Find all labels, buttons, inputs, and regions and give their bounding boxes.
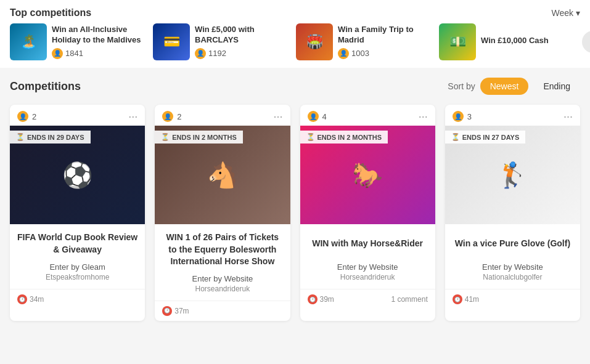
card-4-time: 🕐 41m <box>453 294 479 304</box>
card-1-footer: 🕐 34m <box>10 289 145 309</box>
competition-card-2[interactable]: 👤 2 ··· 🐴 ⏳ ENDS IN 2 MONTHS WIN 1 of 26… <box>155 105 290 321</box>
competition-card-3[interactable]: 👤 4 ··· 🐎 ⏳ ENDS IN 2 MONTHS WIN with Ma… <box>300 105 435 321</box>
card-3-ends-badge: ⏳ ENDS IN 2 MONTHS <box>300 131 388 144</box>
card-2-enter-by: Enter by Website <box>162 274 282 283</box>
card-4-more-button[interactable]: ··· <box>563 111 573 122</box>
top-comp-2-thumb: 💳 <box>153 23 190 60</box>
top-comp-4-info: Win £10,000 Cash <box>481 36 575 49</box>
card-1-image: ⚽ ⏳ ENDS IN 29 DAYS <box>10 126 145 224</box>
card-3-image: 🐎 ⏳ ENDS IN 2 MONTHS <box>300 126 435 224</box>
user-icon: 👤 <box>162 111 173 122</box>
card-3-title: WIN with May Horse&Rider <box>308 232 428 256</box>
top-comp-4[interactable]: 💵 Win £10,000 Cash <box>439 23 575 60</box>
card-4-ends-badge: ⏳ ENDS IN 27 DAYS <box>445 131 526 144</box>
card-1-more-button[interactable]: ··· <box>128 111 137 122</box>
top-bar: Top competitions Week ▾ <box>0 0 590 23</box>
top-comp-3[interactable]: 🏟️ Win a Family Trip to Madrid 👤 1003 <box>296 23 432 60</box>
card-3-more-button[interactable]: ··· <box>419 111 428 122</box>
clock-icon: 🕐 <box>17 294 27 304</box>
user-icon: 👤 <box>195 48 206 59</box>
card-1-title: FIFA World Cup Book Review & Giveaway <box>17 232 137 256</box>
card-1-header: 👤 2 ··· <box>10 105 145 126</box>
hourglass-icon: ⏳ <box>16 133 25 141</box>
clock-icon: 🕐 <box>162 306 172 316</box>
card-3-time: 🕐 39m <box>308 294 334 304</box>
card-4-enter-by: Enter by Website <box>453 262 573 272</box>
card-2-more-button[interactable]: ··· <box>273 111 282 122</box>
competitions-header: Competitions Sort by Newest Ending <box>10 78 580 95</box>
user-icon: 👤 <box>308 111 319 122</box>
card-3-source: Horseandrideruk <box>308 273 428 281</box>
top-comp-4-title: Win £10,000 Cash <box>481 36 575 46</box>
card-3-count: 4 <box>322 112 327 121</box>
card-4-body: Win a vice Pure Glove (Golf) Enter by We… <box>445 224 580 289</box>
competition-card-4[interactable]: 👤 3 ··· 🏌️ ⏳ ENDS IN 27 DAYS Win a vice … <box>445 105 580 321</box>
card-2-user-count: 👤 2 <box>162 111 181 122</box>
cards-grid: 👤 2 ··· ⚽ ⏳ ENDS IN 29 DAYS FIFA World C… <box>10 105 580 321</box>
card-1-ends-badge: ⏳ ENDS IN 29 DAYS <box>10 131 91 144</box>
week-selector[interactable]: Week ▾ <box>551 8 580 18</box>
hourglass-icon: ⏳ <box>451 133 460 141</box>
card-2-ends-badge: ⏳ ENDS IN 2 MONTHS <box>155 131 243 144</box>
card-4-source: Nationalclubgolfer <box>453 273 573 281</box>
top-comp-1-count: 👤 1841 <box>52 48 145 59</box>
top-comp-2-info: Win £5,000 with BARCLAYS 👤 1192 <box>195 25 289 59</box>
top-comp-2-title: Win £5,000 with BARCLAYS <box>195 25 289 46</box>
card-3-header: 👤 4 ··· <box>300 105 435 126</box>
hourglass-icon: ⏳ <box>161 133 170 141</box>
top-comp-2[interactable]: 💳 Win £5,000 with BARCLAYS 👤 1192 <box>153 23 289 60</box>
card-3-comments: 1 comment <box>391 295 427 304</box>
top-comp-1-title: Win an All-Inclusive Holiday to the Mald… <box>52 25 145 46</box>
competitions-title: Competitions <box>10 80 81 93</box>
top-comp-3-thumb: 🏟️ <box>296 23 333 60</box>
card-1-user-count: 👤 2 <box>17 111 36 122</box>
card-1-enter-by: Enter by Gleam <box>17 262 137 272</box>
card-3-enter-by: Enter by Website <box>308 262 428 272</box>
card-2-body: WIN 1 of 26 Pairs of Tickets to the Eque… <box>155 224 290 301</box>
card-1-count: 2 <box>32 112 36 121</box>
card-3-footer: 🕐 39m 1 comment <box>300 289 435 309</box>
card-2-count: 2 <box>177 112 181 121</box>
top-comp-4-thumb: 💵 <box>439 23 476 60</box>
card-2-header: 👤 2 ··· <box>155 105 290 126</box>
clock-icon: 🕐 <box>453 294 462 304</box>
card-2-image: 🐴 ⏳ ENDS IN 2 MONTHS <box>155 126 290 224</box>
card-2-source: Horseandrideruk <box>162 285 282 293</box>
top-comp-1-thumb: 🏝️ <box>10 23 47 60</box>
sort-area: Sort by Newest Ending <box>448 78 580 95</box>
sort-ending-button[interactable]: Ending <box>533 78 580 95</box>
top-bar-title: Top competitions <box>10 7 91 18</box>
prev-button[interactable]: ‹ <box>582 31 590 53</box>
card-4-title: Win a vice Pure Glove (Golf) <box>453 232 573 256</box>
clock-icon: 🕐 <box>308 294 318 304</box>
user-icon: 👤 <box>338 48 349 59</box>
card-1-time: 🕐 34m <box>17 294 44 304</box>
sort-newest-button[interactable]: Newest <box>480 78 529 95</box>
top-comp-1[interactable]: 🏝️ Win an All-Inclusive Holiday to the M… <box>10 23 145 60</box>
card-1-source: Etspeaksfromhome <box>17 273 137 281</box>
sort-label: Sort by <box>448 81 475 91</box>
user-icon: 👤 <box>17 111 28 122</box>
competition-card-1[interactable]: 👤 2 ··· ⚽ ⏳ ENDS IN 29 DAYS FIFA World C… <box>10 105 145 321</box>
card-2-time: 🕐 37m <box>162 306 189 316</box>
card-2-footer: 🕐 37m <box>155 301 290 321</box>
user-icon: 👤 <box>52 48 63 59</box>
top-comp-3-title: Win a Family Trip to Madrid <box>338 25 432 46</box>
card-2-title: WIN 1 of 26 Pairs of Tickets to the Eque… <box>162 232 282 268</box>
week-label: Week <box>551 8 573 18</box>
card-4-footer: 🕐 41m <box>445 289 580 309</box>
card-1-body: FIFA World Cup Book Review & Giveaway En… <box>10 224 145 289</box>
hourglass-icon: ⏳ <box>306 133 315 141</box>
top-competitions-row: 🏝️ Win an All-Inclusive Holiday to the M… <box>0 23 590 68</box>
top-comp-2-count: 👤 1192 <box>195 48 289 59</box>
top-comp-1-info: Win an All-Inclusive Holiday to the Mald… <box>52 25 145 59</box>
nav-buttons: ‹ › <box>582 31 590 53</box>
card-3-user-count: 👤 4 <box>308 111 327 122</box>
card-4-image: 🏌️ ⏳ ENDS IN 27 DAYS <box>445 126 580 224</box>
user-icon: 👤 <box>453 111 464 122</box>
card-4-user-count: 👤 3 <box>453 111 472 122</box>
card-4-count: 3 <box>467 112 472 121</box>
competitions-section: Competitions Sort by Newest Ending 👤 2 ·… <box>0 68 590 331</box>
card-3-body: WIN with May Horse&Rider Enter by Websit… <box>300 224 435 289</box>
top-comp-3-count: 👤 1003 <box>338 48 432 59</box>
